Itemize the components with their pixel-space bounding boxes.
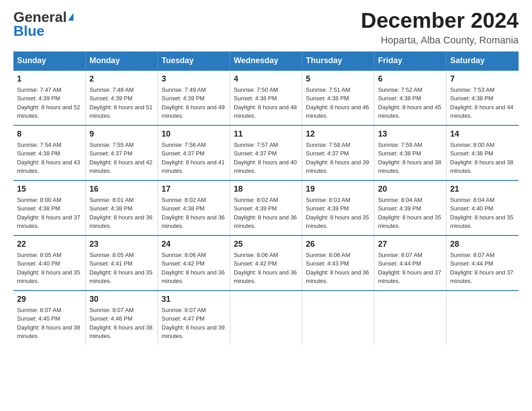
day-number: 28 [450, 240, 515, 249]
day-number: 19 [306, 184, 370, 194]
sunset-label: Sunset: 4:37 PM [90, 150, 133, 157]
daylight-label: Daylight: 8 hours and 36 minutes. [162, 214, 225, 230]
sunset-label: Sunset: 4:44 PM [378, 260, 421, 267]
empty-cell [446, 291, 519, 345]
day-number: 18 [234, 184, 298, 194]
day-info: Sunrise: 8:04 AM Sunset: 4:39 PM Dayligh… [378, 196, 442, 231]
calendar-day-cell: 8 Sunrise: 7:54 AM Sunset: 4:38 PM Dayli… [13, 125, 86, 180]
calendar-day-cell: 20 Sunrise: 8:04 AM Sunset: 4:39 PM Dayl… [374, 180, 446, 235]
weekday-header-thursday: Thursday [302, 51, 374, 70]
sunrise-label: Sunrise: 7:51 AM [306, 86, 350, 93]
sunrise-label: Sunrise: 8:03 AM [306, 197, 350, 203]
sunset-label: Sunset: 4:38 PM [17, 205, 60, 212]
day-number: 31 [162, 295, 226, 304]
daylight-label: Daylight: 8 hours and 52 minutes. [17, 104, 80, 120]
sunrise-label: Sunrise: 7:53 AM [450, 86, 494, 93]
day-number: 26 [306, 240, 370, 249]
sunrise-label: Sunrise: 8:02 AM [162, 197, 206, 203]
day-number: 30 [90, 295, 154, 304]
calendar-day-cell: 3 Sunrise: 7:49 AM Sunset: 4:39 PM Dayli… [158, 70, 230, 125]
sunrise-label: Sunrise: 8:04 AM [450, 197, 494, 203]
sunset-label: Sunset: 4:37 PM [162, 150, 205, 157]
sunrise-label: Sunrise: 8:04 AM [378, 197, 422, 203]
day-number: 13 [378, 129, 442, 139]
day-info: Sunrise: 8:06 AM Sunset: 4:43 PM Dayligh… [306, 251, 370, 286]
daylight-label: Daylight: 8 hours and 38 minutes. [450, 159, 513, 175]
sunset-label: Sunset: 4:38 PM [450, 95, 493, 102]
sunrise-label: Sunrise: 8:07 AM [378, 252, 422, 258]
calendar-day-cell: 26 Sunrise: 8:06 AM Sunset: 4:43 PM Dayl… [302, 235, 374, 291]
day-info: Sunrise: 8:00 AM Sunset: 4:38 PM Dayligh… [17, 196, 82, 231]
day-number: 20 [378, 184, 442, 194]
day-info: Sunrise: 7:53 AM Sunset: 4:38 PM Dayligh… [450, 86, 515, 120]
calendar-week-row: 15 Sunrise: 8:00 AM Sunset: 4:38 PM Dayl… [13, 180, 519, 235]
daylight-label: Daylight: 8 hours and 38 minutes. [17, 324, 80, 340]
logo-blue: Blue [13, 23, 44, 39]
day-info: Sunrise: 7:58 AM Sunset: 4:37 PM Dayligh… [306, 141, 370, 176]
day-number: 29 [17, 295, 82, 304]
weekday-header-friday: Friday [374, 51, 446, 70]
day-number: 24 [162, 240, 226, 249]
calendar-day-cell: 25 Sunrise: 8:06 AM Sunset: 4:42 PM Dayl… [230, 235, 302, 291]
sunset-label: Sunset: 4:46 PM [90, 315, 133, 322]
day-number: 9 [90, 129, 154, 139]
sunset-label: Sunset: 4:38 PM [378, 95, 421, 102]
sunset-label: Sunset: 4:39 PM [306, 205, 349, 212]
sunset-label: Sunset: 4:42 PM [162, 260, 205, 267]
daylight-label: Daylight: 8 hours and 36 minutes. [90, 214, 153, 230]
sunrise-label: Sunrise: 7:58 AM [306, 141, 350, 148]
day-info: Sunrise: 7:49 AM Sunset: 4:39 PM Dayligh… [162, 86, 226, 120]
calendar-day-cell: 23 Sunrise: 8:05 AM Sunset: 4:41 PM Dayl… [86, 235, 158, 291]
day-info: Sunrise: 7:56 AM Sunset: 4:37 PM Dayligh… [162, 141, 226, 176]
calendar-day-cell: 12 Sunrise: 7:58 AM Sunset: 4:37 PM Dayl… [302, 125, 374, 180]
weekday-header-monday: Monday [86, 51, 158, 70]
daylight-label: Daylight: 8 hours and 42 minutes. [90, 159, 153, 175]
daylight-label: Daylight: 8 hours and 51 minutes. [90, 104, 153, 120]
sunrise-label: Sunrise: 7:52 AM [378, 86, 422, 93]
daylight-label: Daylight: 8 hours and 37 minutes. [17, 214, 80, 230]
sunrise-label: Sunrise: 8:07 AM [90, 307, 134, 313]
calendar-day-cell: 21 Sunrise: 8:04 AM Sunset: 4:40 PM Dayl… [446, 180, 519, 235]
calendar-day-cell: 30 Sunrise: 8:07 AM Sunset: 4:46 PM Dayl… [86, 291, 158, 345]
sunset-label: Sunset: 4:38 PM [234, 95, 277, 102]
daylight-label: Daylight: 8 hours and 48 minutes. [234, 104, 297, 120]
day-number: 27 [378, 240, 442, 249]
sunset-label: Sunset: 4:39 PM [162, 95, 205, 102]
sunrise-label: Sunrise: 8:00 AM [450, 141, 494, 148]
day-info: Sunrise: 7:50 AM Sunset: 4:38 PM Dayligh… [234, 86, 298, 120]
day-number: 12 [306, 129, 370, 139]
calendar-day-cell: 17 Sunrise: 8:02 AM Sunset: 4:38 PM Dayl… [158, 180, 230, 235]
day-number: 8 [17, 129, 82, 139]
sunset-label: Sunset: 4:39 PM [378, 205, 421, 212]
daylight-label: Daylight: 8 hours and 36 minutes. [306, 269, 369, 285]
sunset-label: Sunset: 4:38 PM [90, 205, 133, 212]
calendar-day-cell: 2 Sunrise: 7:48 AM Sunset: 4:39 PM Dayli… [86, 70, 158, 125]
daylight-label: Daylight: 8 hours and 35 minutes. [450, 214, 513, 230]
daylight-label: Daylight: 8 hours and 38 minutes. [90, 324, 153, 340]
sunset-label: Sunset: 4:39 PM [234, 205, 277, 212]
logo: General Blue [13, 9, 73, 39]
calendar-day-cell: 14 Sunrise: 8:00 AM Sunset: 4:38 PM Dayl… [446, 125, 519, 180]
sunset-label: Sunset: 4:45 PM [17, 315, 60, 322]
sunset-label: Sunset: 4:40 PM [450, 205, 493, 212]
sunset-label: Sunset: 4:47 PM [162, 315, 205, 322]
daylight-label: Daylight: 8 hours and 36 minutes. [162, 269, 225, 285]
day-info: Sunrise: 8:05 AM Sunset: 4:41 PM Dayligh… [90, 251, 154, 286]
day-info: Sunrise: 8:07 AM Sunset: 4:44 PM Dayligh… [378, 251, 442, 286]
sunset-label: Sunset: 4:44 PM [450, 260, 493, 267]
weekday-header-row: SundayMondayTuesdayWednesdayThursdayFrid… [13, 51, 519, 70]
sunrise-label: Sunrise: 8:06 AM [234, 252, 278, 258]
sunset-label: Sunset: 4:37 PM [234, 150, 277, 157]
daylight-label: Daylight: 8 hours and 46 minutes. [306, 104, 369, 120]
day-number: 7 [450, 74, 515, 84]
day-info: Sunrise: 8:02 AM Sunset: 4:39 PM Dayligh… [234, 196, 298, 231]
daylight-label: Daylight: 8 hours and 44 minutes. [450, 104, 513, 120]
day-number: 14 [450, 129, 515, 139]
sunset-label: Sunset: 4:38 PM [378, 150, 421, 157]
day-number: 6 [378, 74, 442, 84]
sunrise-label: Sunrise: 7:47 AM [17, 86, 61, 93]
sunset-label: Sunset: 4:37 PM [306, 150, 349, 157]
day-number: 21 [450, 184, 515, 194]
page-header: General Blue December 2024 Hoparta, Alba… [13, 9, 519, 46]
calendar-day-cell: 13 Sunrise: 7:59 AM Sunset: 4:38 PM Dayl… [374, 125, 446, 180]
